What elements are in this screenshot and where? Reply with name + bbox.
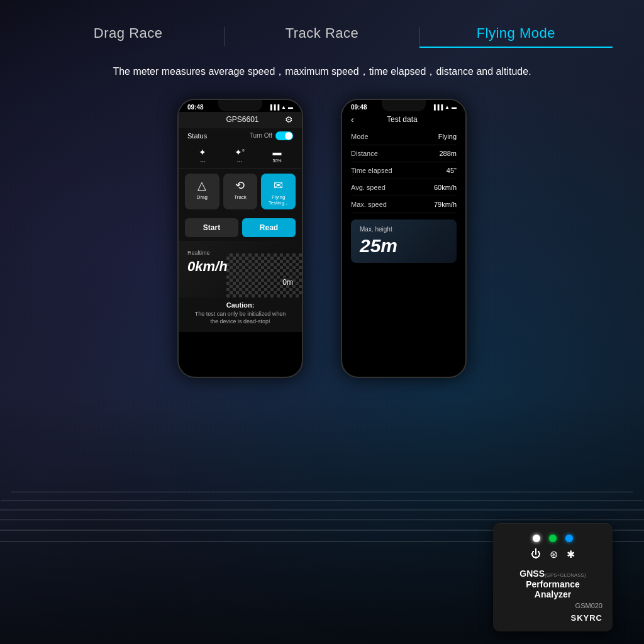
max-speed-label: Max. speed — [351, 201, 387, 208]
toggle-knob — [285, 132, 292, 140]
settings-icon[interactable]: ⚙ — [285, 114, 293, 125]
signal-icon-2: ▐▐▐ — [432, 104, 443, 110]
mode-value: Flying — [438, 133, 457, 140]
phone1-header: GPS6601 ⚙ — [179, 112, 302, 128]
mode-label: Mode — [351, 133, 369, 140]
bluetooth-device-icon: ✱ — [567, 548, 575, 560]
start-button[interactable]: Start — [185, 218, 238, 237]
phone2-status-icons: ▐▐▐ ▲ ▬ — [432, 104, 457, 110]
phone1-app-title: GPS6601 — [200, 115, 285, 124]
power-toggle[interactable] — [275, 131, 293, 140]
bluetooth-icon: ✦ — [199, 147, 206, 157]
caution-title: Caution: — [187, 301, 293, 309]
satellite-icon: ✦8 — [235, 147, 244, 157]
tab-track-race[interactable]: Track Race — [225, 25, 418, 48]
satellite-icon-item: ✦8 ••• — [235, 147, 244, 164]
track-mode-icon: ⟲ — [235, 179, 245, 192]
led-white — [533, 535, 540, 542]
bluetooth-dots: ••• — [200, 158, 205, 164]
battery-level-icon: ▬ — [273, 147, 282, 157]
caution-text: The test can only be initialized whenthe… — [187, 310, 293, 326]
max-height-label: Max. height — [360, 226, 448, 233]
phone1-icons-row: ✦ ••• ✦8 ••• ▬ 50% — [179, 143, 302, 169]
drag-mode-label: Drag — [197, 194, 208, 201]
device-box: ⏻ ⊛ ✱ GNSS(GPS+GLONASS) Performance Anal… — [493, 523, 613, 631]
phone-1: 09:48 ▐▐▐ ▲ ▬ GPS6601 ⚙ Status — [177, 99, 303, 378]
satellite-dots: ••• — [237, 158, 242, 164]
max-height-value: 25m — [360, 235, 448, 257]
wifi-icon-2: ▲ — [445, 104, 450, 110]
phone1-modes: △ Drag ⟲ Track ✉ FlyingTesting... — [179, 169, 302, 214]
bluetooth-icon-item: ✦ ••• — [199, 147, 206, 164]
battery-percentage: 50% — [273, 158, 282, 163]
tab-bar: Drag Race Track Race Flying Mode — [31, 25, 613, 48]
status-label: Status — [187, 132, 207, 140]
phone1-time: 09:48 — [187, 104, 204, 111]
max-speed-value: 79km/h — [434, 201, 457, 208]
time-elapsed-value: 45" — [447, 167, 457, 174]
gnss-analyzer: Analyzer — [503, 589, 602, 599]
device-icons-row: ⏻ ⊛ ✱ — [503, 548, 602, 560]
phone-2: 09:48 ▐▐▐ ▲ ▬ ‹ Test data — [341, 99, 467, 378]
main-content: Drag Race Track Race Flying Mode The met… — [0, 0, 644, 397]
distance-label: Distance — [351, 150, 378, 157]
phone2-notch — [382, 100, 426, 111]
time-elapsed-label: Time elapsed — [351, 167, 392, 174]
flying-mode-label: FlyingTesting... — [269, 194, 289, 206]
signal-icon: ▐▐▐ — [269, 104, 279, 110]
table-row-max-speed: Max. speed 79km/h — [351, 196, 457, 213]
flying-mode-icon: ✉ — [274, 179, 283, 192]
avg-speed-label: Avg. speed — [351, 184, 386, 191]
phones-area: 09:48 ▐▐▐ ▲ ▬ GPS6601 ⚙ Status — [31, 99, 613, 378]
hardware-device: ⏻ ⊛ ✱ GNSS(GPS+GLONASS) Performance Anal… — [493, 523, 613, 631]
max-height-panel: Max. height 25m — [351, 219, 457, 263]
read-button[interactable]: Read — [242, 218, 296, 237]
battery-icon: ▬ — [288, 104, 293, 110]
table-row-avg-speed: Avg. speed 60km/h — [351, 179, 457, 196]
battery-icon-item: ▬ 50% — [273, 147, 282, 164]
phone1-screen: 09:48 ▐▐▐ ▲ ▬ GPS6601 ⚙ Status — [179, 100, 302, 377]
realtime-label: Realtime — [187, 250, 210, 256]
phone1-action-row: Start Read — [179, 214, 302, 241]
gnss-performance: Performance — [503, 579, 602, 589]
tab-flying-mode[interactable]: Flying Mode — [419, 25, 613, 48]
phone1-status-row: Status Turn Off — [179, 128, 302, 143]
device-model: GSM020 — [503, 602, 602, 609]
wifi-icon: ▲ — [281, 104, 286, 110]
led-blue — [565, 535, 573, 542]
mode-track[interactable]: ⟲ Track — [223, 174, 258, 209]
power-icon: ⏻ — [531, 548, 541, 560]
brand-skyrc: SKYRC — [503, 613, 602, 623]
phone2-screen: 09:48 ▐▐▐ ▲ ▬ ‹ Test data — [342, 100, 465, 377]
satellite-device-icon: ⊛ — [550, 548, 558, 560]
page-container: Drag Race Track Race Flying Mode The met… — [0, 0, 644, 644]
phone2-header: ‹ Test data — [342, 112, 465, 128]
table-row-distance: Distance 288m — [351, 145, 457, 162]
description-text: The meter measures average speed，maximum… — [31, 64, 613, 80]
back-button[interactable]: ‹ — [351, 114, 354, 125]
gnss-sub: (GPS+GLONASS) — [545, 572, 586, 578]
toggle-area: Turn Off — [250, 131, 293, 140]
phone1-realtime: Realtime 0km/h 0m — [179, 241, 302, 297]
table-row-time: Time elapsed 45" — [351, 162, 457, 179]
avg-speed-value: 60km/h — [434, 184, 457, 191]
battery-icon-2: ▬ — [452, 104, 457, 110]
test-data-table: Mode Flying Distance 288m Time elapsed 4… — [342, 128, 465, 213]
phone1-notch — [218, 100, 262, 111]
track-mode-label: Track — [234, 194, 247, 201]
led-green — [549, 535, 557, 542]
mode-drag[interactable]: △ Drag — [185, 174, 219, 209]
checkered-background — [226, 253, 302, 297]
turn-off-label: Turn Off — [250, 132, 272, 139]
table-row-mode: Mode Flying — [351, 128, 457, 145]
phone1-caution: Caution: The test can only be initialize… — [179, 297, 302, 332]
distance-value: 288m — [439, 150, 457, 157]
gnss-main: GNSS — [519, 569, 545, 579]
gnss-text: GNSS(GPS+GLONASS) — [503, 568, 602, 579]
phone1-status-icons: ▐▐▐ ▲ ▬ — [269, 104, 293, 110]
tab-drag-race[interactable]: Drag Race — [31, 25, 225, 48]
mode-flying[interactable]: ✉ FlyingTesting... — [261, 174, 296, 209]
phone2-time: 09:48 — [351, 104, 367, 111]
device-leds — [503, 535, 602, 542]
drag-mode-icon: △ — [197, 179, 206, 192]
